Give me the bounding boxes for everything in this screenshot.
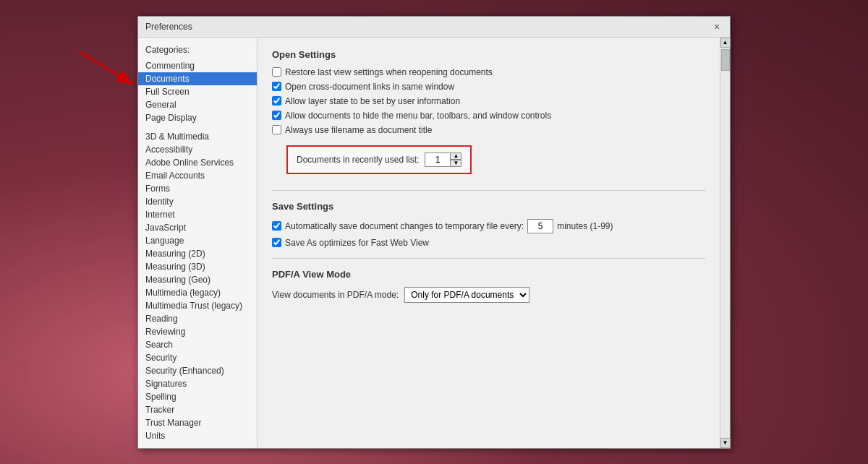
svg-line-1	[80, 52, 134, 85]
sidebar-item-trustmanager[interactable]: Trust Manager	[138, 416, 257, 429]
option-hide-menu: Allow documents to hide the menu bar, to…	[272, 111, 705, 121]
categories-label: Categories:	[138, 43, 257, 59]
sidebar-item-units[interactable]: Units	[138, 429, 257, 442]
scroll-down-arrow[interactable]: ▼	[720, 438, 731, 448]
sidebar-item-fullscreen[interactable]: Full Screen	[138, 85, 257, 98]
checkbox-filename[interactable]	[272, 125, 281, 134]
checkbox-fast-web[interactable]	[272, 238, 281, 247]
option-layer-state: Allow layer state to be set by user info…	[272, 96, 705, 106]
spin-up-button[interactable]: ▲	[450, 152, 461, 160]
recent-docs-spinner: ▲ ▼	[425, 152, 461, 167]
checkbox-restore[interactable]	[272, 67, 281, 77]
sidebar-item-internet[interactable]: Internet	[138, 208, 257, 221]
scrollbar[interactable]: ▲ ▼	[720, 38, 730, 448]
main-content: Open Settings Restore last view settings…	[258, 38, 720, 448]
sidebar-item-multimediatrust[interactable]: Multimedia Trust (legacy)	[138, 299, 257, 312]
separator-1	[272, 190, 705, 191]
dialog-body: Categories: Commenting Documents Full Sc…	[138, 38, 730, 448]
checkbox-hide-menu[interactable]	[272, 111, 281, 120]
sidebar-item-measuring2d[interactable]: Measuring (2D)	[138, 247, 257, 260]
sidebar-item-measuring3d[interactable]: Measuring (3D)	[138, 260, 257, 273]
pdf-mode-label: View documents in PDF/A mode:	[272, 290, 399, 300]
close-button[interactable]: ×	[711, 21, 723, 33]
label-layer-state: Allow layer state to be set by user info…	[285, 96, 460, 106]
sidebar-item-javascript[interactable]: JavaScript	[138, 221, 257, 234]
label-cross-doc: Open cross-document links in same window	[285, 82, 454, 92]
dialog-title: Preferences	[145, 22, 192, 32]
recent-docs-box: Documents in recently used list: ▲ ▼	[286, 145, 472, 174]
sidebar-item-commenting[interactable]: Commenting	[138, 59, 257, 72]
sidebar-item-reviewing[interactable]: Reviewing	[138, 325, 257, 338]
sidebar-item-search[interactable]: Search	[138, 338, 257, 351]
title-bar: Preferences ×	[138, 17, 730, 38]
label-restore: Restore last view settings when reopenin…	[285, 67, 493, 77]
open-settings-title: Open Settings	[272, 49, 705, 60]
sidebar-item-email[interactable]: Email Accounts	[138, 169, 257, 182]
sidebar-item-security[interactable]: Security	[138, 351, 257, 364]
sidebar-item-documents[interactable]: Documents	[138, 72, 257, 85]
pdf-mode-dropdown[interactable]: Only for PDF/A documents Never Always	[404, 287, 529, 303]
sidebar-item-forms[interactable]: Forms	[138, 182, 257, 195]
checkbox-cross-doc[interactable]	[272, 82, 281, 91]
recent-docs-label: Documents in recently used list:	[297, 155, 419, 165]
save-settings-title: Save Settings	[272, 201, 705, 212]
label-hide-menu: Allow documents to hide the menu bar, to…	[285, 111, 551, 121]
spin-down-button[interactable]: ▼	[450, 160, 461, 167]
sidebar-item-3d[interactable]: 3D & Multimedia	[138, 130, 257, 143]
label-fast-web: Save As optimizes for Fast Web View	[285, 238, 429, 248]
checkbox-autosave[interactable]	[272, 221, 281, 231]
sidebar-item-language[interactable]: Language	[138, 234, 257, 247]
preferences-dialog: Preferences × Categories: Commenting Doc…	[137, 16, 731, 449]
option-filename: Always use filename as document title	[272, 125, 705, 135]
sidebar-item-adobe-online[interactable]: Adobe Online Services	[138, 156, 257, 169]
recent-docs-input[interactable]	[425, 152, 451, 167]
option-cross-doc: Open cross-document links in same window	[272, 82, 705, 92]
spin-buttons: ▲ ▼	[450, 152, 461, 167]
scroll-up-arrow[interactable]: ▲	[720, 38, 731, 48]
sidebar-item-spelling[interactable]: Spelling	[138, 390, 257, 403]
separator-2	[272, 258, 705, 259]
sidebar-item-pagedisplay[interactable]: Page Display	[138, 111, 257, 124]
sidebar-item-tracker[interactable]: Tracker	[138, 403, 257, 416]
sidebar-item-security-enhanced[interactable]: Security (Enhanced)	[138, 364, 257, 377]
annotation-arrow	[72, 45, 145, 103]
sidebar-item-identity[interactable]: Identity	[138, 195, 257, 208]
option-restore: Restore last view settings when reopenin…	[272, 67, 705, 77]
autosave-minutes-input[interactable]	[527, 219, 553, 233]
sidebar-item-general[interactable]: General	[138, 98, 257, 111]
sidebar-item-signatures[interactable]: Signatures	[138, 377, 257, 390]
sidebar-item-accessibility[interactable]: Accessibility	[138, 143, 257, 156]
minutes-suffix: minutes (1-99)	[557, 221, 613, 231]
pdfa-title: PDF/A View Mode	[272, 269, 705, 280]
label-filename: Always use filename as document title	[285, 125, 432, 135]
checkbox-layer-state[interactable]	[272, 96, 281, 106]
scroll-thumb[interactable]	[721, 49, 730, 71]
sidebar: Categories: Commenting Documents Full Sc…	[138, 38, 258, 448]
sidebar-item-reading[interactable]: Reading	[138, 312, 257, 325]
label-autosave: Automatically save document changes to t…	[285, 221, 524, 231]
sidebar-item-multimedia[interactable]: Multimedia (legacy)	[138, 286, 257, 299]
sidebar-item-measuringgeo[interactable]: Measuring (Geo)	[138, 273, 257, 286]
option-fast-web: Save As optimizes for Fast Web View	[272, 238, 705, 248]
option-autosave: Automatically save document changes to t…	[272, 219, 705, 233]
pdf-mode-row: View documents in PDF/A mode: Only for P…	[272, 287, 705, 303]
